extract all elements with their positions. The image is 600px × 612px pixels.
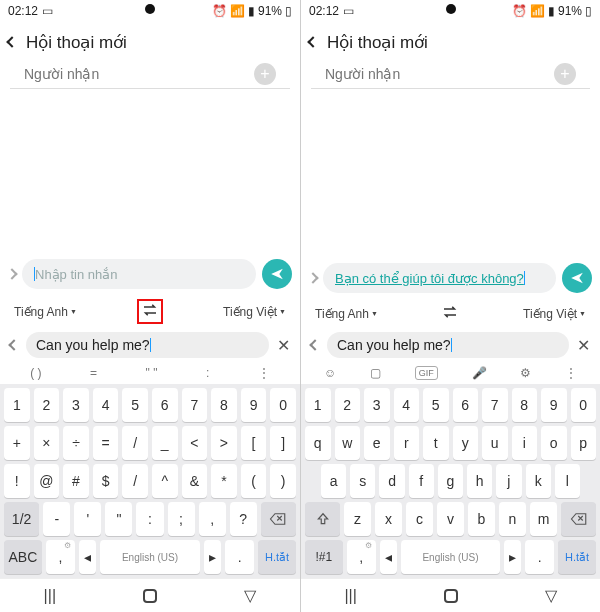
key-m[interactable]: m [530, 502, 557, 536]
key-7[interactable]: 7 [182, 388, 208, 422]
key-f[interactable]: f [409, 464, 434, 498]
key-_[interactable]: _ [152, 426, 178, 460]
key-u[interactable]: u [482, 426, 508, 460]
backspace-key[interactable] [261, 502, 296, 536]
key-![interactable]: ! [4, 464, 30, 498]
shortcut-key[interactable]: H.tắt [558, 540, 596, 574]
mode-key[interactable]: !#1 [305, 540, 343, 574]
key-n[interactable]: n [499, 502, 526, 536]
back-icon[interactable] [309, 38, 317, 46]
clear-icon[interactable]: ✕ [577, 336, 590, 355]
sticker-icon[interactable]: ▢ [370, 366, 381, 380]
key-*[interactable]: * [211, 464, 237, 498]
key-2[interactable]: 2 [34, 388, 60, 422]
space-key[interactable]: English (US) [100, 540, 199, 574]
key-"[interactable]: " [105, 502, 132, 536]
key-9[interactable]: 9 [241, 388, 267, 422]
translate-input[interactable]: Can you help me? [26, 332, 269, 358]
back-icon[interactable] [8, 38, 16, 46]
swap-languages-button[interactable] [439, 303, 461, 324]
key-8[interactable]: 8 [512, 388, 538, 422]
collapse-icon[interactable] [311, 341, 319, 349]
home-button[interactable] [444, 589, 458, 603]
dst-language[interactable]: Tiếng Việt ▼ [523, 307, 586, 321]
key-c[interactable]: c [406, 502, 433, 536]
dst-language[interactable]: Tiếng Việt ▼ [223, 305, 286, 319]
key-2[interactable]: 2 [335, 388, 361, 422]
key-0[interactable]: 0 [571, 388, 597, 422]
recents-button[interactable]: ||| [344, 587, 356, 605]
lang-left-key[interactable]: ◂ [380, 540, 397, 574]
key-+[interactable]: + [4, 426, 30, 460]
key-i[interactable]: i [512, 426, 538, 460]
key-0[interactable]: 0 [270, 388, 296, 422]
key-4[interactable]: 4 [93, 388, 119, 422]
nav-back-button[interactable]: ▽ [244, 586, 256, 605]
key-@[interactable]: @ [34, 464, 60, 498]
message-input[interactable]: Nhập tin nhắn [22, 259, 256, 289]
key-<[interactable]: < [182, 426, 208, 460]
emoji-icon[interactable]: ☺ [324, 366, 336, 380]
key-p[interactable]: p [571, 426, 597, 460]
key-b[interactable]: b [468, 502, 495, 536]
expand-icon[interactable] [309, 274, 317, 282]
gif-icon[interactable]: GIF [415, 366, 438, 380]
mode-key[interactable]: 1/2 [4, 502, 39, 536]
recipient-input[interactable] [24, 62, 246, 86]
key-)[interactable]: ) [270, 464, 296, 498]
settings-icon[interactable]: ⚙ [520, 366, 531, 380]
key-w[interactable]: w [335, 426, 361, 460]
key-d[interactable]: d [379, 464, 404, 498]
lang-right-key[interactable]: ▸ [504, 540, 521, 574]
expand-icon[interactable] [8, 270, 16, 278]
tb-item[interactable]: ( ) [30, 366, 41, 380]
key-:[interactable]: : [136, 502, 163, 536]
key-3[interactable]: 3 [63, 388, 89, 422]
key-][interactable]: ] [270, 426, 296, 460]
key-7[interactable]: 7 [482, 388, 508, 422]
key-x[interactable]: x [375, 502, 402, 536]
key-=[interactable]: = [93, 426, 119, 460]
period-key[interactable]: . [525, 540, 554, 574]
recipient-input[interactable] [325, 62, 546, 86]
send-button[interactable] [262, 259, 292, 289]
send-button[interactable] [562, 263, 592, 293]
key-q[interactable]: q [305, 426, 331, 460]
add-recipient-icon[interactable]: + [254, 63, 276, 85]
tb-item[interactable]: = [90, 366, 97, 380]
message-input[interactable]: Bạn có thể giúp tôi được không? [323, 263, 556, 293]
key-v[interactable]: v [437, 502, 464, 536]
key-([interactable]: ( [241, 464, 267, 498]
tb-more[interactable]: ⋮ [565, 366, 577, 380]
src-language[interactable]: Tiếng Anh ▼ [315, 307, 378, 321]
key-4[interactable]: 4 [394, 388, 420, 422]
home-button[interactable] [143, 589, 157, 603]
shift-key[interactable] [305, 502, 340, 536]
key-1[interactable]: 1 [305, 388, 331, 422]
key-8[interactable]: 8 [211, 388, 237, 422]
key-y[interactable]: y [453, 426, 479, 460]
abc-key[interactable]: ABC [4, 540, 42, 574]
src-language[interactable]: Tiếng Anh ▼ [14, 305, 77, 319]
lang-right-key[interactable]: ▸ [204, 540, 221, 574]
key-a[interactable]: a [321, 464, 346, 498]
key-'[interactable]: ' [74, 502, 101, 536]
key-^[interactable]: ^ [152, 464, 178, 498]
period-key[interactable]: . [225, 540, 254, 574]
swap-languages-button[interactable] [137, 299, 163, 324]
key--[interactable]: - [43, 502, 70, 536]
clear-icon[interactable]: ✕ [277, 336, 290, 355]
key-k[interactable]: k [526, 464, 551, 498]
key-t[interactable]: t [423, 426, 449, 460]
key-g[interactable]: g [438, 464, 463, 498]
key-&[interactable]: & [182, 464, 208, 498]
nav-back-button[interactable]: ▽ [545, 586, 557, 605]
tb-item[interactable]: " " [146, 366, 158, 380]
key-o[interactable]: o [541, 426, 567, 460]
collapse-icon[interactable] [10, 341, 18, 349]
key-?[interactable]: ? [230, 502, 257, 536]
backspace-key[interactable] [561, 502, 596, 536]
key-9[interactable]: 9 [541, 388, 567, 422]
key-s[interactable]: s [350, 464, 375, 498]
comma-key[interactable]: ,⚙ [347, 540, 376, 574]
